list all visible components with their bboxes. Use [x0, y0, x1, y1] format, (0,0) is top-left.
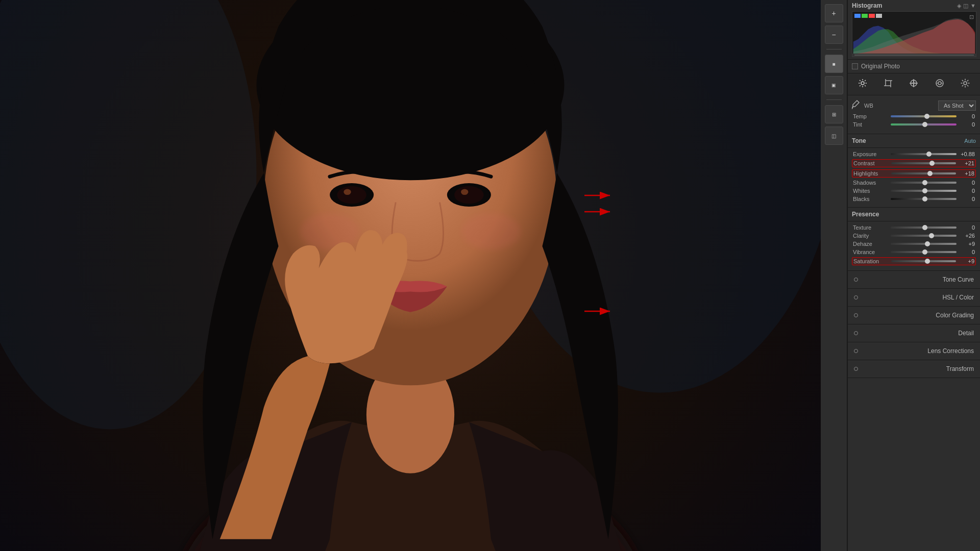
right-panel: Histogram ◈ ◫ ▼ ⊡: [847, 0, 980, 551]
lens-corrections-panel[interactable]: Lens Corrections: [848, 342, 980, 360]
vibrance-value: 0: [960, 249, 975, 255]
blacks-slider-row: Blacks 0: [852, 196, 976, 202]
tone-auto-button[interactable]: Auto: [964, 138, 976, 144]
blacks-slider-track[interactable]: [891, 198, 957, 200]
vibrance-slider-row: Vibrance 0: [852, 249, 976, 255]
original-photo-row[interactable]: Original Photo: [848, 60, 980, 73]
histogram-icons: ◈ ◫ ▼: [957, 3, 976, 9]
zoom-out-button[interactable]: −: [825, 26, 843, 44]
wb-eyedropper-icon[interactable]: [852, 99, 860, 111]
temp-slider-row: Temp 0: [852, 113, 976, 119]
highlights-slider-thumb[interactable]: [927, 171, 933, 176]
tone-section-title: Tone: [852, 137, 866, 144]
clarity-slider-thumb[interactable]: [929, 233, 934, 238]
exposure-slider-thumb[interactable]: [926, 152, 932, 157]
clarity-value: +26: [960, 233, 975, 239]
zoom-in-button[interactable]: +: [825, 4, 843, 22]
histogram-range-line: [854, 55, 974, 56]
contrast-slider-row: Contrast +21: [852, 159, 976, 167]
transform-dot: [854, 367, 858, 371]
contrast-slider-thumb[interactable]: [929, 161, 935, 166]
clarity-slider-track[interactable]: [891, 235, 957, 237]
highlights-slider-track[interactable]: [891, 172, 956, 174]
wb-row: WB As Shot Auto Daylight Cloudy Shade: [852, 99, 976, 111]
whites-slider-row: Whites 0: [852, 188, 976, 194]
saturation-value: +9: [959, 258, 974, 264]
transform-label: Transform: [863, 365, 974, 372]
color-grading-panel[interactable]: Color Grading: [848, 307, 980, 324]
dehaze-slider-row: Dehaze +9: [852, 241, 976, 247]
histogram-title: Histogram: [852, 2, 882, 9]
light-tool-icon[interactable]: [856, 77, 869, 92]
svg-point-12: [461, 189, 468, 195]
histogram-collapse[interactable]: ▼: [970, 3, 976, 9]
texture-slider-track[interactable]: [891, 227, 957, 229]
toolbar-divider-2: [826, 99, 842, 100]
saturation-label: Saturation: [853, 258, 888, 264]
svg-point-19: [861, 82, 864, 85]
histogram-icon-2[interactable]: ◫: [963, 3, 968, 9]
dehaze-slider-track[interactable]: [891, 243, 957, 245]
temp-value: 0: [960, 113, 975, 119]
detail-panel[interactable]: Detail: [848, 324, 980, 342]
svg-line-39: [852, 107, 853, 109]
view-btn-2[interactable]: ◫: [825, 127, 843, 145]
wb-section: WB As Shot Auto Daylight Cloudy Shade Te…: [848, 95, 980, 134]
toolbar-divider: [826, 49, 842, 49]
transform-panel[interactable]: Transform: [848, 360, 980, 378]
svg-point-14: [462, 213, 521, 250]
original-photo-label: Original Photo: [861, 63, 900, 70]
tint-slider-thumb[interactable]: [922, 122, 927, 127]
tint-slider-track[interactable]: [891, 123, 957, 126]
whites-label: Whites: [853, 188, 888, 194]
hsl-color-panel[interactable]: HSL / Color: [848, 289, 980, 307]
saturation-slider-track[interactable]: [891, 260, 956, 262]
shadows-slider-track[interactable]: [891, 182, 957, 184]
view-btn-1[interactable]: ⊞: [825, 105, 843, 123]
texture-value: 0: [960, 224, 975, 231]
histogram-icon-1[interactable]: ◈: [957, 3, 961, 9]
mask-tool-icon[interactable]: [933, 77, 946, 92]
contrast-value: +21: [959, 160, 974, 166]
texture-slider-thumb[interactable]: [922, 225, 927, 230]
svg-line-24: [860, 80, 861, 81]
vibrance-slider-thumb[interactable]: [922, 249, 927, 255]
wb-preset-select[interactable]: As Shot Auto Daylight Cloudy Shade: [938, 101, 976, 111]
svg-rect-28: [886, 81, 891, 86]
dehaze-label: Dehaze: [853, 241, 888, 247]
wb-label: WB: [864, 103, 879, 109]
dehaze-slider-thumb[interactable]: [925, 241, 930, 246]
vibrance-slider-track[interactable]: [891, 251, 957, 253]
tone-curve-panel[interactable]: Tone Curve: [848, 271, 980, 289]
svg-point-38: [964, 82, 967, 85]
crop-tool-icon[interactable]: [881, 77, 895, 92]
shadows-slider-thumb[interactable]: [922, 180, 927, 185]
settings-tool-icon[interactable]: [959, 77, 972, 92]
heal-tool-icon[interactable]: [907, 77, 920, 92]
lens-corrections-label: Lens Corrections: [863, 347, 974, 355]
blacks-slider-thumb[interactable]: [922, 196, 927, 202]
blacks-label: Blacks: [853, 196, 888, 202]
svg-line-25: [865, 85, 866, 86]
blacks-value: 0: [960, 196, 975, 202]
tint-slider-row: Tint 0: [852, 121, 976, 128]
whites-slider-thumb[interactable]: [922, 188, 927, 193]
histogram-range-bar: [852, 54, 976, 57]
svg-point-10: [454, 186, 483, 204]
whites-slider-track[interactable]: [891, 190, 957, 192]
fill-button[interactable]: ▣: [825, 76, 843, 94]
dehaze-value: +9: [960, 241, 975, 247]
temp-slider-track[interactable]: [891, 115, 957, 117]
contrast-slider-track[interactable]: [891, 162, 956, 164]
exposure-slider-track[interactable]: [891, 153, 957, 155]
original-photo-checkbox[interactable]: [852, 63, 858, 69]
saturation-slider-thumb[interactable]: [925, 259, 930, 264]
temp-slider-thumb[interactable]: [924, 114, 929, 119]
svg-point-11: [344, 189, 351, 195]
color-grading-dot: [854, 313, 858, 317]
texture-slider-row: Texture 0: [852, 224, 976, 231]
photo-area: [0, 0, 821, 551]
fit-button[interactable]: ■: [825, 55, 843, 73]
histogram-section: Histogram ◈ ◫ ▼ ⊡: [848, 0, 980, 60]
detail-label: Detail: [863, 330, 974, 337]
